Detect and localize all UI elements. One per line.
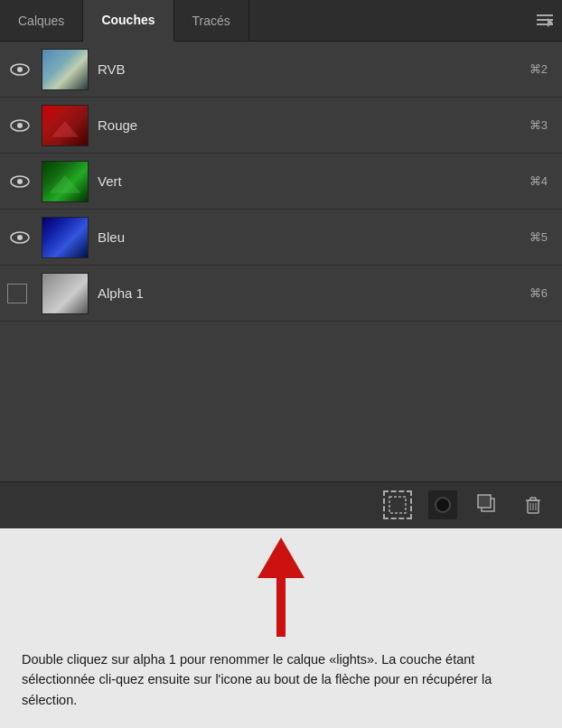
menu-icon [537,14,553,27]
arrow-area [0,528,562,646]
annotation-section: Double cliquez sur alpha 1 pour renommer… [0,528,562,728]
visibility-checkbox-alpha1[interactable] [7,284,27,303]
svg-point-9 [17,179,23,184]
channel-label-rvb: RVB [98,61,529,77]
svg-point-7 [17,123,23,128]
visibility-alpha1[interactable] [7,284,33,303]
trash-icon [521,493,545,517]
shortcut-rouge: ⌘3 [529,118,548,132]
svg-rect-12 [389,497,406,513]
selection-icon [388,495,407,515]
svg-rect-1 [537,19,553,21]
shortcut-vert: ⌘4 [529,174,548,188]
bottom-toolbar [0,481,562,528]
svg-marker-27 [258,537,304,578]
eye-icon-bleu [10,231,30,244]
shortcut-bleu: ⌘5 [529,230,548,244]
eye-icon-rvb [10,63,30,76]
channels-panel: Calques Couches Tracés [0,0,562,728]
visibility-vert[interactable] [7,175,33,188]
channel-row-alpha1[interactable]: Alpha 1 ⌘6 [0,266,562,322]
channel-label-vert: Vert [98,173,529,189]
svg-point-11 [17,235,23,240]
tab-calques[interactable]: Calques [0,0,83,41]
eye-icon-vert [10,175,30,188]
channel-row-bleu[interactable]: Bleu ⌘5 [0,210,562,266]
svg-point-5 [17,67,23,72]
channel-list: RVB ⌘2 Rouge ⌘3 Vert [0,42,562,322]
thumb-alpha1 [42,273,89,314]
thumb-vert [42,161,89,202]
svg-point-14 [436,499,449,511]
duplicate-channel-button[interactable] [473,490,502,519]
channel-row-rvb[interactable]: RVB ⌘2 [0,42,562,98]
tab-traces[interactable]: Tracés [174,0,249,41]
arrow-svg [245,533,317,641]
svg-rect-16 [478,495,491,508]
circle-icon [433,495,453,515]
channel-row-vert[interactable]: Vert ⌘4 [0,154,562,210]
svg-rect-0 [537,14,553,16]
eye-icon-rouge [10,119,30,132]
tab-couches[interactable]: Couches [83,0,173,42]
annotation-text: Double cliquez sur alpha 1 pour renommer… [0,646,562,728]
shortcut-alpha1: ⌘6 [529,286,548,300]
channel-label-bleu: Bleu [98,229,529,245]
visibility-rouge[interactable] [7,119,33,132]
thumb-rouge [42,105,89,146]
new-mask-button[interactable] [428,490,457,519]
copy-icon [476,493,500,517]
tab-bar: Calques Couches Tracés [0,0,562,42]
visibility-bleu[interactable] [7,231,33,244]
channel-row-rouge[interactable]: Rouge ⌘3 [0,98,562,154]
channel-label-alpha1: Alpha 1 [98,285,529,301]
panel-menu-button[interactable] [528,0,562,41]
selection-from-channel-button[interactable] [383,490,412,519]
delete-channel-button[interactable] [519,490,548,519]
empty-area [0,322,562,481]
visibility-rvb[interactable] [7,63,33,76]
thumb-rvb [42,49,89,90]
thumb-bleu [42,217,89,258]
channel-label-rouge: Rouge [98,117,529,133]
shortcut-rvb: ⌘2 [529,62,548,76]
